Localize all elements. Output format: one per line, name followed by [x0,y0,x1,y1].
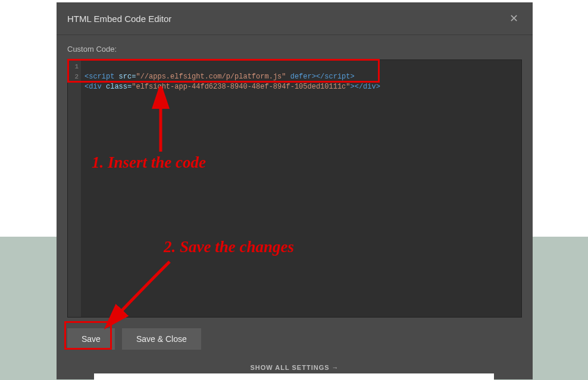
button-row: Save Save & Close [57,318,533,358]
modal-title: HTML Embed Code Editor [67,14,171,24]
line-gutter: 1 2 [68,60,81,317]
embed-code-editor-modal: HTML Embed Code Editor ✕ Custom Code: 1 … [57,2,533,379]
annotation-text-step2: 2. Save the changes [164,238,294,256]
code-editor[interactable]: 1 2 <script src="//apps.elfsight.com/p/p… [67,59,522,318]
save-button[interactable]: Save [67,328,115,350]
save-close-button[interactable]: Save & Close [122,328,201,350]
white-box-bottom [94,373,494,380]
custom-code-label: Custom Code: [57,35,533,59]
code-content: <script src="//apps.elfsight.com/p/platf… [85,62,380,102]
annotation-text-step1: 1. Insert the code [92,153,206,172]
line-number: 1 [68,62,79,72]
modal-header: HTML Embed Code Editor ✕ [57,2,533,35]
line-number: 2 [68,72,79,82]
close-icon[interactable]: ✕ [506,11,522,26]
